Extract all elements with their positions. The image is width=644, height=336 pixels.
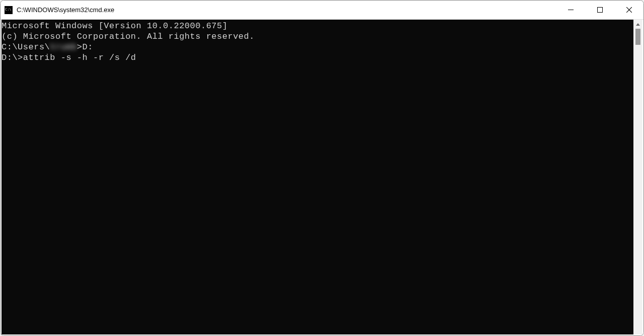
chevron-up-icon: [636, 23, 640, 26]
prompt-username: trumb: [50, 42, 77, 52]
maximize-button[interactable]: [585, 1, 614, 19]
prompt-command: >D:: [77, 42, 93, 52]
close-icon: [626, 7, 632, 13]
vertical-scrollbar[interactable]: [633, 20, 642, 334]
minimize-icon: [568, 7, 574, 13]
content-area: Microsoft Windows [Version 10.0.22000.67…: [1, 20, 643, 335]
minimize-button[interactable]: [556, 1, 585, 19]
terminal-prompt-line: D:\>attrib -s -h -r /s /d: [2, 52, 633, 63]
svg-rect-1: [597, 8, 602, 13]
cmd-icon: [5, 6, 13, 14]
terminal-line: Microsoft Windows [Version 10.0.22000.67…: [2, 21, 633, 31]
window-controls: [556, 1, 643, 19]
titlebar[interactable]: C:\WINDOWS\system32\cmd.exe: [1, 1, 643, 20]
terminal-line: (c) Microsoft Corporation. All rights re…: [2, 31, 633, 42]
prompt-prefix: C:\Users\: [2, 42, 50, 52]
window-title: C:\WINDOWS\system32\cmd.exe: [17, 6, 556, 14]
cmd-window: C:\WINDOWS\system32\cmd.exe Microsoft Wi…: [0, 0, 644, 336]
terminal-output[interactable]: Microsoft Windows [Version 10.0.22000.67…: [2, 20, 633, 334]
maximize-icon: [597, 7, 603, 13]
close-button[interactable]: [614, 1, 643, 19]
scroll-up-arrow[interactable]: [633, 20, 642, 29]
terminal-prompt-line: C:\Users\trumb>D:: [2, 42, 633, 52]
scroll-thumb[interactable]: [635, 29, 640, 45]
